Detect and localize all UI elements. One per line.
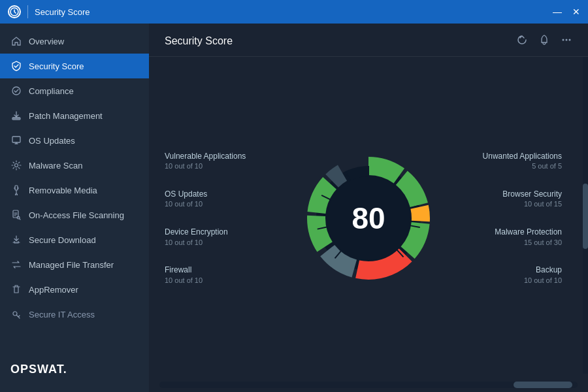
svg-point-11 <box>566 39 568 41</box>
transfer-icon <box>10 259 22 270</box>
sidebar-item-managed-file-transfer[interactable]: Managed File Transfer <box>0 252 149 277</box>
sidebar-item-os-updates[interactable]: OS Updates <box>0 128 149 153</box>
sidebar-label-compliance: Compliance <box>29 86 74 96</box>
sidebar-label-managed-file-transfer: Managed File Transfer <box>29 260 114 270</box>
sidebar-item-compliance[interactable]: Compliance <box>0 78 149 103</box>
page-title: Security Score <box>165 35 233 47</box>
close-button[interactable]: ✕ <box>572 7 580 16</box>
sidebar-item-secure-it-access[interactable]: Secure IT Access <box>0 302 149 327</box>
sidebar-item-security-score[interactable]: Security Score <box>0 54 149 78</box>
sidebar-item-app-remover[interactable]: AppRemover <box>0 277 149 302</box>
horizontal-scrollbar-thumb[interactable] <box>514 382 572 388</box>
gear-icon <box>10 159 22 171</box>
header-actions <box>516 34 572 48</box>
svg-point-4 <box>15 164 18 167</box>
sidebar-item-removable-media[interactable]: Removable Media <box>0 178 149 203</box>
sidebar-label-patch-management: Patch Management <box>29 111 103 121</box>
sidebar-label-security-score: Security Score <box>29 61 84 71</box>
sidebar-label-on-access-scanning: On-Access File Scanning <box>29 210 124 220</box>
content-header: Security Score <box>149 24 588 57</box>
notification-button[interactable] <box>538 34 550 48</box>
sidebar-item-patch-management[interactable]: Patch Management <box>0 103 149 128</box>
title-separator <box>27 5 28 18</box>
check-shield-icon <box>10 85 22 97</box>
label-unwanted-apps: Unwanted Applications 5 out of 5 <box>483 150 562 171</box>
score-value: 80 <box>351 201 385 236</box>
vertical-scrollbar-track <box>583 57 588 374</box>
vertical-scrollbar-thumb[interactable] <box>583 184 588 249</box>
download-icon <box>10 110 22 122</box>
trash-icon <box>10 284 22 295</box>
svg-rect-5 <box>15 186 18 190</box>
sidebar-label-secure-it-access: Secure IT Access <box>29 310 95 319</box>
label-device-encryption: Device Encryption 10 out of 10 <box>165 227 246 248</box>
sidebar-label-os-updates: OS Updates <box>29 136 75 146</box>
label-backup: Backup 10 out of 10 <box>483 265 562 286</box>
label-os-updates: OS Updates 10 out of 10 <box>165 188 246 209</box>
refresh-button[interactable] <box>516 34 528 48</box>
donut-chart: 80 <box>297 146 440 290</box>
svg-point-1 <box>12 87 20 95</box>
sidebar-label-secure-download: Secure Download <box>29 235 96 245</box>
title-bar: Security Score — ✕ <box>0 0 588 24</box>
shield-icon <box>10 60 22 72</box>
label-browser-security: Browser Security 10 out of 15 <box>483 188 562 209</box>
label-vulnerable-apps: Vulnerable Applications 10 out of 10 <box>165 150 246 171</box>
key-icon <box>10 308 22 320</box>
window-title: Security Score <box>35 7 546 17</box>
sidebar-label-overview: Overview <box>29 37 64 46</box>
label-firewall: Firewall 10 out of 10 <box>165 265 246 286</box>
minimize-button[interactable]: — <box>553 7 562 16</box>
home-icon <box>10 35 22 47</box>
content-body: Vulnerable Applications 10 out of 10 OS … <box>149 57 588 379</box>
main-layout: Overview Security Score Compliance <box>0 24 588 392</box>
sidebar: Overview Security Score Compliance <box>0 24 149 392</box>
file-scan-icon <box>10 209 22 221</box>
svg-point-12 <box>569 39 571 41</box>
monitor-icon <box>10 135 22 146</box>
sidebar-item-malware-scan[interactable]: Malware Scan <box>0 153 149 178</box>
label-malware-protection: Malware Protection 15 out of 30 <box>483 227 562 248</box>
brand-logo: OPSWAT. <box>0 352 149 387</box>
window-controls: — ✕ <box>553 7 580 16</box>
left-labels: Vulnerable Applications 10 out of 10 OS … <box>165 150 246 286</box>
right-labels: Unwanted Applications 5 out of 5 Browser… <box>483 150 562 286</box>
sidebar-label-app-remover: AppRemover <box>29 285 78 295</box>
usb-icon <box>10 184 22 196</box>
svg-point-10 <box>563 39 564 41</box>
sidebar-item-overview[interactable]: Overview <box>0 29 149 54</box>
horizontal-scrollbar-track <box>159 382 578 388</box>
sidebar-label-removable-media: Removable Media <box>29 186 97 195</box>
more-options-button[interactable] <box>561 34 572 48</box>
sidebar-item-on-access-scanning[interactable]: On-Access File Scanning <box>0 203 149 227</box>
sidebar-label-malware-scan: Malware Scan <box>29 161 82 171</box>
svg-rect-3 <box>12 137 20 142</box>
content-area: Security Score <box>149 24 588 392</box>
app-logo <box>8 5 21 18</box>
sidebar-item-secure-download[interactable]: Secure Download <box>0 227 149 252</box>
secure-download-icon <box>10 234 22 246</box>
